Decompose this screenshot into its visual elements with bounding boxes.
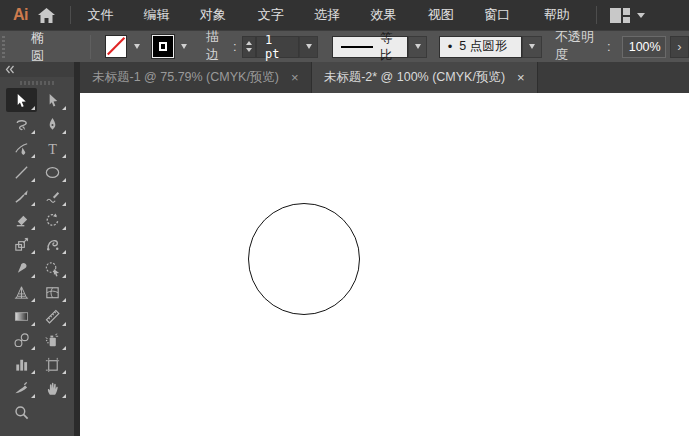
menu-type[interactable]: 文字(T) xyxy=(247,0,303,30)
chevron-down-icon xyxy=(529,44,535,49)
rotate-tool[interactable] xyxy=(37,208,68,232)
stepper-up-icon xyxy=(246,41,252,45)
fill-color-dropdown[interactable] xyxy=(130,35,143,58)
stroke-color-dropdown[interactable] xyxy=(177,35,190,58)
chevron-down-icon[interactable] xyxy=(637,13,645,18)
chevron-down-icon xyxy=(134,44,140,49)
type-tool[interactable]: T xyxy=(37,136,68,160)
zoom-tool[interactable] xyxy=(6,400,37,424)
document-tab-bar: 未标题-1 @ 75.79% (CMYK/预览) × 未标题-2* @ 100%… xyxy=(80,62,689,93)
menu-effect[interactable]: 效果(C) xyxy=(360,0,417,30)
width-profile-label: 等比 xyxy=(380,30,399,64)
menu-view[interactable]: 视图(V) xyxy=(417,0,474,30)
menu-window[interactable]: 窗口(W) xyxy=(473,0,533,30)
hand-tool[interactable] xyxy=(37,376,68,400)
control-bar-divider xyxy=(90,35,91,59)
stroke-profile-preview-icon xyxy=(341,46,373,48)
app-logo: Ai xyxy=(13,6,28,24)
chevron-down-icon xyxy=(415,44,421,49)
width-profile-dropdown[interactable]: 等比 xyxy=(332,36,408,58)
perspective-grid-tool[interactable] xyxy=(6,280,37,304)
brush-definition-dropdown-button[interactable] xyxy=(522,36,541,58)
column-graph-tool[interactable] xyxy=(6,352,37,376)
colon-text: : xyxy=(607,39,611,54)
tool-grid-spacer xyxy=(37,400,68,424)
width-profile-dropdown-button[interactable] xyxy=(408,36,427,58)
symbol-sprayer-tool[interactable] xyxy=(37,328,68,352)
illustrator-window: Ai 文件(F) 编辑(E) 对象(O) 文字(T) 选择(S) 效果(C) 视… xyxy=(0,0,689,436)
shape-builder-tool[interactable] xyxy=(37,256,68,280)
paintbrush-tool[interactable] xyxy=(6,184,37,208)
menu-divider xyxy=(596,6,597,24)
control-bar-grip[interactable] xyxy=(2,34,9,60)
brush-definition-dropdown[interactable]: • 5 点圆形 xyxy=(439,36,522,58)
document-tab-2[interactable]: 未标题-2* @ 100% (CMYK/预览) × xyxy=(312,62,538,93)
stepper-down-icon xyxy=(246,48,252,52)
puppet-warp-tool[interactable] xyxy=(37,232,68,256)
menu-bar: Ai 文件(F) 编辑(E) 对象(O) 文字(T) 选择(S) 效果(C) 视… xyxy=(0,0,689,30)
close-icon[interactable]: × xyxy=(289,71,301,84)
lasso-tool[interactable] xyxy=(6,112,37,136)
stroke-weight-dropdown[interactable] xyxy=(299,36,318,58)
tools-panel-header xyxy=(0,62,74,77)
stroke-square-icon xyxy=(159,42,167,51)
artboard-canvas[interactable] xyxy=(80,93,689,436)
none-fill-icon xyxy=(106,36,126,56)
scale-tool[interactable] xyxy=(6,232,37,256)
stroke-weight-field[interactable]: 1 pt xyxy=(256,36,299,58)
menu-divider xyxy=(70,6,71,24)
stroke-color-swatch[interactable] xyxy=(152,35,174,58)
menu-edit[interactable]: 编辑(E) xyxy=(132,0,189,30)
tools-panel-grip[interactable] xyxy=(0,77,74,88)
brush-definition-label: 5 点圆形 xyxy=(459,38,507,55)
chevron-down-icon xyxy=(306,44,312,49)
width-tool[interactable] xyxy=(6,256,37,280)
menu-object[interactable]: 对象(O) xyxy=(189,0,247,30)
document-tab-title: 未标题-2* @ 100% (CMYK/预览) xyxy=(324,69,505,86)
brush-dot-icon: • xyxy=(448,39,453,54)
close-icon[interactable]: × xyxy=(515,71,527,84)
tools-panel: T xyxy=(0,62,80,436)
ellipse-shape[interactable] xyxy=(248,203,360,315)
direct-selection-tool[interactable] xyxy=(37,88,68,112)
selection-tool[interactable] xyxy=(6,88,37,112)
collapse-panel-icon[interactable] xyxy=(5,65,15,74)
slice-tool[interactable] xyxy=(6,376,37,400)
stroke-panel-link[interactable]: 描边 xyxy=(206,28,231,66)
mesh-tool[interactable] xyxy=(37,280,68,304)
curvature-tool[interactable] xyxy=(6,136,37,160)
measure-tool[interactable] xyxy=(37,304,68,328)
line-segment-tool[interactable] xyxy=(6,160,37,184)
menu-help[interactable]: 帮助(H) xyxy=(533,0,590,30)
chevron-down-icon xyxy=(181,44,187,49)
pen-tool[interactable] xyxy=(37,112,68,136)
stroke-weight-stepper[interactable] xyxy=(242,36,257,58)
tool-grid: T xyxy=(0,88,74,424)
home-button[interactable] xyxy=(38,4,56,26)
eraser-tool[interactable] xyxy=(6,208,37,232)
menu-file[interactable]: 文件(F) xyxy=(76,0,132,30)
active-tool-label: 椭圆 xyxy=(31,29,56,65)
home-icon xyxy=(38,8,55,23)
menu-select[interactable]: 选择(S) xyxy=(303,0,360,30)
gradient-tool[interactable] xyxy=(6,304,37,328)
svg-text:T: T xyxy=(48,140,57,156)
control-bar: 椭圆 描边 : 1 pt 等比 • 5 点圆形 不透明度 : xyxy=(0,30,689,62)
colon-text: : xyxy=(233,39,237,54)
opacity-field[interactable]: 100% xyxy=(622,36,666,58)
document-tab-1[interactable]: 未标题-1 @ 75.79% (CMYK/预览) × xyxy=(80,62,312,93)
opacity-panel-link[interactable]: 不透明度 xyxy=(555,28,605,66)
artboard-tool[interactable] xyxy=(37,352,68,376)
document-tab-title: 未标题-1 @ 75.79% (CMYK/预览) xyxy=(92,69,279,86)
blend-tool[interactable] xyxy=(6,328,37,352)
fill-color-swatch-none[interactable] xyxy=(105,35,127,58)
opacity-more-button[interactable]: › xyxy=(670,36,689,58)
ellipse-tool[interactable] xyxy=(37,160,68,184)
shaper-tool[interactable] xyxy=(37,184,68,208)
workspace-switcher-icon[interactable] xyxy=(610,8,630,23)
